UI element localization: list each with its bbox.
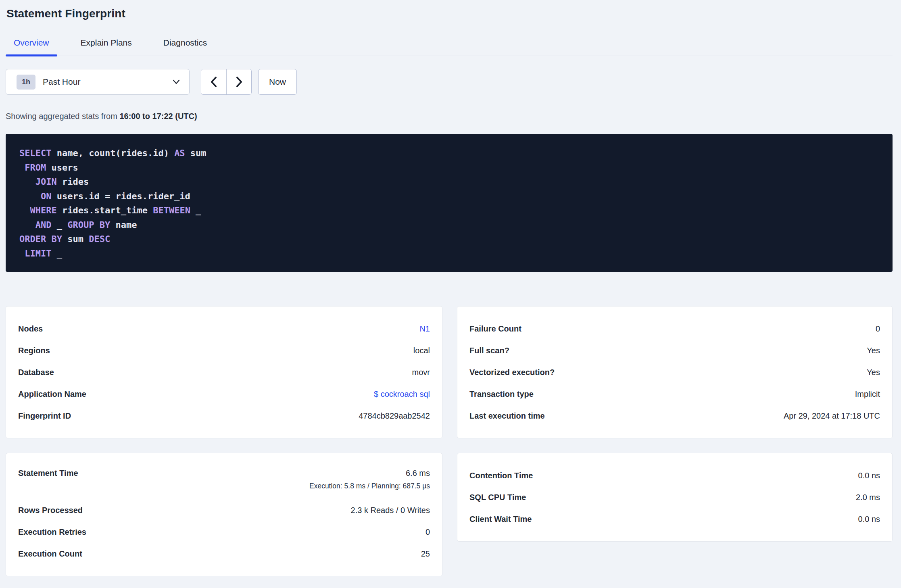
stat-row: Rows Processed2.3 k Reads / 0 Writes	[18, 499, 430, 521]
stat-row: Application Name$ cockroach sql	[18, 383, 430, 405]
stat-row: NodesN1	[18, 318, 430, 340]
sql-text	[19, 163, 25, 173]
aggregation-summary-prefix: Showing aggregated stats from	[6, 112, 119, 121]
sql-keyword: JOIN	[35, 177, 57, 187]
sql-text: sum	[185, 148, 206, 158]
sql-line: AND _ GROUP BY name	[19, 218, 879, 232]
time-interval-select[interactable]: 1h Past Hour	[6, 69, 190, 95]
stat-label: Client Wait Time	[469, 515, 532, 524]
stat-row: Execution Count25	[18, 543, 430, 565]
time-picker-toolbar: 1h Past Hour	[6, 69, 893, 95]
stat-value: 0	[876, 324, 880, 334]
page-title: Statement Fingerprint	[6, 7, 893, 20]
stat-row: Fingerprint ID4784cb829aab2542	[18, 405, 430, 427]
stat-row: Vectorized execution?Yes	[469, 361, 880, 383]
execution-attributes-card: Failure Count0Full scan?YesVectorized ex…	[457, 306, 893, 438]
sql-text: sum	[62, 234, 89, 244]
stat-label: Statement Time	[18, 469, 78, 478]
sql-keyword: SELECT	[19, 148, 51, 158]
sql-line: LIMIT _	[19, 246, 879, 261]
stat-row: SQL CPU Time2.0 ms	[469, 486, 880, 508]
sql-keyword: FROM	[25, 163, 46, 173]
sql-text	[19, 177, 35, 187]
statement-fingerprint-page: Statement Fingerprint Overview Explain P…	[0, 0, 901, 576]
sql-line: JOIN rides	[19, 175, 879, 189]
stat-label: Database	[18, 368, 54, 377]
prev-interval-button[interactable]	[201, 69, 226, 94]
stat-row: Execution Retries0	[18, 521, 430, 543]
stat-label: Vectorized execution?	[469, 368, 555, 377]
stat-label: Rows Processed	[18, 506, 83, 515]
sql-text: users	[46, 163, 78, 173]
stat-value: movr	[412, 368, 430, 377]
stat-row: Contention Time0.0 ns	[469, 465, 880, 486]
sql-text	[19, 248, 25, 259]
interval-badge: 1h	[17, 75, 35, 90]
stat-label: Last execution time	[469, 411, 545, 421]
stat-row: Transaction typeImplicit	[469, 383, 880, 405]
stat-row: Failure Count0	[469, 318, 880, 340]
sql-text: rides	[57, 177, 89, 187]
sql-text: _	[52, 220, 68, 230]
stat-label: Fingerprint ID	[18, 411, 71, 421]
stat-value: 0.0 ns	[858, 515, 880, 524]
stat-value-group: 6.6 msExecution: 5.8 ms / Planning: 687.…	[309, 469, 430, 490]
stat-value-link[interactable]: $ cockroach sql	[374, 390, 430, 399]
sql-keyword: AND	[35, 220, 52, 230]
tab-diagnostics-label: Diagnostics	[163, 38, 207, 47]
stat-label: SQL CPU Time	[469, 493, 526, 502]
sql-line: ON users.id = rides.rider_id	[19, 189, 879, 204]
sql-keyword: GROUP BY	[67, 220, 110, 230]
stat-row: Databasemovr	[18, 361, 430, 383]
stat-value: 6.6 ms	[406, 469, 430, 478]
sql-keyword: WHERE	[30, 205, 57, 215]
sql-line: ORDER BY sum DESC	[19, 232, 879, 246]
sql-text: _	[51, 248, 62, 259]
tab-overview-label: Overview	[14, 38, 49, 47]
sql-keyword: ORDER BY	[19, 234, 62, 244]
sql-text	[19, 220, 35, 230]
sql-text: name, count(rides.id)	[51, 148, 174, 158]
stat-value: 0.0 ns	[858, 471, 880, 480]
tab-overview[interactable]: Overview	[6, 33, 57, 56]
sql-text	[19, 191, 41, 201]
stat-row: Last execution timeApr 29, 2024 at 17:18…	[469, 405, 880, 427]
stat-value: Yes	[867, 368, 880, 377]
stat-label: Transaction type	[469, 390, 534, 399]
sql-line: FROM users	[19, 161, 879, 175]
aggregation-summary: Showing aggregated stats from 16:00 to 1…	[6, 112, 893, 121]
next-interval-button[interactable]	[226, 69, 251, 94]
tab-explain-plans-label: Explain Plans	[81, 38, 132, 47]
stat-value: Implicit	[855, 390, 880, 399]
sql-line: WHERE rides.start_time BETWEEN _	[19, 203, 879, 218]
stat-label: Full scan?	[469, 346, 509, 355]
stat-label: Execution Retries	[18, 528, 86, 537]
stat-value: 2.3 k Reads / 0 Writes	[351, 506, 430, 515]
stat-value: Apr 29, 2024 at 17:18 UTC	[784, 411, 880, 421]
stat-row: Statement Time6.6 msExecution: 5.8 ms / …	[18, 465, 430, 499]
chevron-right-icon	[235, 76, 243, 88]
stat-sub-value: Execution: 5.8 ms / Planning: 687.5 µs	[309, 482, 430, 490]
sql-keyword: ON	[41, 191, 52, 201]
sql-keyword: DESC	[89, 234, 110, 244]
interval-nav-group	[201, 69, 252, 95]
tab-explain-plans[interactable]: Explain Plans	[73, 33, 140, 56]
stat-label: Execution Count	[18, 549, 82, 559]
sql-line: SELECT name, count(rides.id) AS sum	[19, 146, 879, 161]
now-button[interactable]: Now	[258, 69, 297, 95]
statement-times-card: Statement Time6.6 msExecution: 5.8 ms / …	[6, 453, 442, 576]
sql-keyword: LIMIT	[25, 248, 51, 259]
stat-row: Full scan?Yes	[469, 340, 880, 361]
chevron-left-icon	[210, 76, 218, 88]
stat-label: Regions	[18, 346, 50, 355]
stat-label: Failure Count	[469, 324, 521, 334]
stat-value: 25	[421, 549, 430, 559]
stat-row: Client Wait Time0.0 ns	[469, 508, 880, 530]
tab-bar: Overview Explain Plans Diagnostics	[6, 33, 893, 56]
stat-value: 4784cb829aab2542	[359, 411, 430, 421]
tab-diagnostics[interactable]: Diagnostics	[155, 33, 215, 56]
sql-text: users.id = rides.rider_id	[51, 191, 190, 201]
wait-times-card: Contention Time0.0 nsSQL CPU Time2.0 msC…	[457, 453, 893, 542]
chevron-down-icon	[172, 79, 180, 85]
stat-value-link[interactable]: N1	[419, 324, 430, 334]
